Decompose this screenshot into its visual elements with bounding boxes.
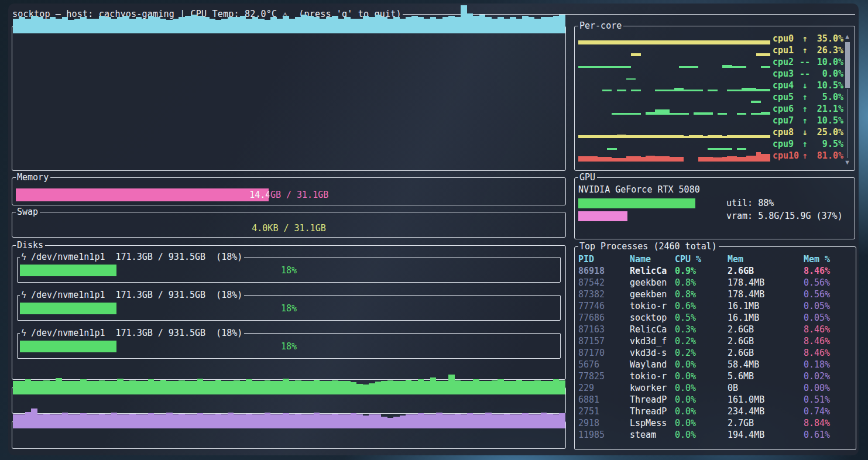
- core-usage-value: 81.0%: [811, 150, 843, 162]
- scrollbar-thumb[interactable]: [845, 42, 850, 88]
- process-name: RelicCa: [630, 324, 675, 335]
- process-mem: 58.4MB: [728, 359, 804, 370]
- process-row[interactable]: 77746 tokio-r 0.6% 16.1MB 0.05%: [578, 300, 852, 312]
- core-row: cpu3 -- 0.0%: [578, 68, 843, 80]
- core-sparkline: [578, 92, 770, 103]
- process-mem-percent: 8.46%: [804, 266, 852, 276]
- upload-sparkline: [13, 407, 565, 428]
- process-row[interactable]: 5676 Wayland 0.0% 58.4MB 0.18%: [578, 359, 852, 370]
- core-sparkline: [578, 33, 770, 44]
- scroll-down-icon[interactable]: ▼: [845, 159, 849, 166]
- process-pid: 87382: [578, 289, 630, 300]
- per-core-scrollbar[interactable]: ▲ ▼: [843, 33, 851, 166]
- process-mem: 5.6MB: [728, 371, 804, 382]
- process-pid: 86918: [578, 266, 630, 276]
- process-row[interactable]: 2751 ThreadP 0.0% 234.4MB 0.74%: [578, 406, 852, 417]
- process-row[interactable]: 2918 LspMess 0.0% 2.7GB 8.84%: [578, 417, 852, 429]
- cpu-avg-panel: CPU avg (now: 11.0%): [12, 21, 566, 171]
- process-name: tokio-r: [630, 301, 675, 311]
- scrollbar-track[interactable]: [847, 89, 848, 158]
- process-name: socktop: [630, 313, 675, 323]
- core-label: cpu10: [773, 150, 799, 162]
- process-name: ThreadP: [630, 394, 675, 405]
- process-row[interactable]: 6881 ThreadP 0.0% 161.0MB 0.51%: [578, 394, 852, 406]
- process-mem: 2.6GB: [728, 324, 804, 335]
- core-trend-arrow: ↑: [799, 139, 811, 150]
- process-name: vkd3d_f: [630, 336, 675, 346]
- core-trend-arrow: ↓: [799, 127, 811, 138]
- process-mem-percent: 8.46%: [804, 336, 852, 346]
- core-row: cpu9 ↑ 9.5%: [578, 138, 843, 150]
- process-row[interactable]: 87170 vkd3d-s 0.2% 2.6GB 8.46%: [578, 347, 852, 359]
- process-mem-percent: 8.46%: [804, 348, 852, 358]
- process-row[interactable]: 87157 vkd3d_f 0.2% 2.6GB 8.46%: [578, 335, 852, 347]
- process-name: Wayland: [630, 359, 675, 370]
- swap-title: Swap: [16, 207, 40, 217]
- core-trend-arrow: ↑: [799, 92, 811, 103]
- core-sparkline: [578, 150, 770, 162]
- core-row: cpu6 ↑ 21.1%: [578, 103, 843, 115]
- process-row[interactable]: 86918 RelicCa 0.9% 2.6GB 8.46%: [578, 265, 852, 277]
- core-sparkline: [578, 127, 770, 138]
- core-usage-value: 5.0%: [811, 92, 843, 103]
- col-name: Name: [630, 254, 675, 265]
- process-name: geekben: [630, 289, 675, 300]
- scroll-up-icon[interactable]: ▲: [845, 33, 849, 40]
- core-sparkline: [578, 57, 770, 68]
- process-mem-percent: 0.61%: [804, 430, 852, 440]
- core-sparkline: [578, 139, 770, 150]
- process-mem-percent: 0.05%: [804, 301, 852, 311]
- core-row: cpu8 ↓ 25.0%: [578, 126, 843, 138]
- core-label: cpu1: [773, 45, 799, 56]
- process-cpu: 0.0%: [675, 394, 728, 405]
- core-row: cpu5 ↑ 5.0%: [578, 91, 843, 103]
- process-row[interactable]: 87163 RelicCa 0.3% 2.6GB 8.46%: [578, 324, 852, 335]
- process-row[interactable]: 87542 geekben 0.8% 178.4MB 0.56%: [578, 277, 852, 289]
- core-usage-value: 25.0%: [811, 127, 843, 138]
- gpu-vram-fill: [578, 211, 627, 221]
- per-core-title: Per-core: [578, 21, 623, 30]
- disks-panel: Disks ϟ/dev/nvme1n1p1 171.3GB / 931.5GB …: [12, 241, 566, 380]
- process-row[interactable]: 87382 geekben 0.8% 178.4MB 0.56%: [578, 289, 852, 300]
- disk-gauge: 18%: [20, 341, 558, 352]
- process-row[interactable]: 229 kworker 0.0% 0B 0.00%: [578, 382, 852, 394]
- gpu-title: GPU: [578, 173, 597, 182]
- gpu-util-gauge: [578, 198, 711, 208]
- process-cpu: 0.8%: [675, 277, 728, 288]
- process-row[interactable]: 11985 steam 0.0% 194.4MB 0.61%: [578, 429, 852, 441]
- process-mem: 161.0MB: [728, 394, 804, 405]
- process-name: tokio-r: [630, 371, 675, 382]
- col-memp: Mem %: [804, 254, 852, 265]
- core-label: cpu3: [773, 68, 799, 80]
- process-mem: 0B: [728, 383, 804, 393]
- disk-label: /dev/nvme1n1p1 171.3GB / 931.5GB (18%): [31, 252, 242, 262]
- core-sparkline: [578, 68, 770, 80]
- memory-gauge: 14.4GB / 31.1GB 14.4GB / 31.1GB: [16, 188, 562, 201]
- process-row[interactable]: 77686 socktop 0.5% 16.1MB 0.05%: [578, 312, 852, 324]
- process-mem: 234.4MB: [728, 406, 804, 417]
- core-trend-arrow: ↑: [799, 33, 811, 44]
- core-trend-arrow: --: [799, 68, 811, 80]
- core-label: cpu7: [773, 115, 799, 126]
- core-trend-arrow: ↑: [799, 150, 811, 162]
- gpu-vram-gauge: [578, 211, 711, 221]
- core-row: cpu1 ↑ 26.3%: [578, 44, 843, 56]
- process-name: kworker: [630, 383, 675, 393]
- process-pid: 87157: [578, 336, 630, 346]
- process-row[interactable]: 77825 tokio-r 0.0% 5.6MB 0.02%: [578, 370, 852, 382]
- core-trend-arrow: --: [799, 57, 811, 68]
- process-pid: 77746: [578, 301, 630, 311]
- process-pid: 229: [578, 383, 630, 393]
- core-usage-value: 10.5%: [811, 80, 843, 91]
- flash-icon: ϟ: [21, 290, 26, 300]
- process-pid: 77825: [578, 371, 630, 382]
- core-sparkline: [578, 115, 770, 126]
- gpu-util-fill: [578, 198, 695, 208]
- process-rows: 86918 RelicCa 0.9% 2.6GB 8.46% 87542 gee…: [578, 265, 852, 441]
- process-cpu: 0.5%: [675, 313, 728, 323]
- process-name: RelicCa: [630, 266, 675, 276]
- swap-panel: Swap 4.0KB / 31.1GB: [12, 207, 566, 238]
- disk-panel: ϟ/dev/nvme1n1p1 171.3GB / 931.5GB (18%) …: [17, 290, 561, 321]
- core-list: cpu0 ↑ 35.0% cpu1 ↑ 26.3% cpu2: [578, 33, 843, 166]
- core-sparkline: [578, 104, 770, 115]
